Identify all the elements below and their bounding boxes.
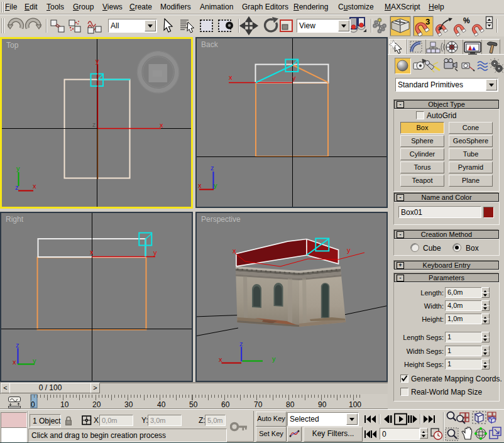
- svg-text:z: z: [16, 341, 19, 349]
- svg-text:3: 3: [425, 17, 430, 26]
- svg-text:x: x: [90, 248, 94, 256]
- svg-text:x: x: [229, 74, 233, 81]
- svg-text:y: y: [214, 182, 217, 189]
- svg-text:y: y: [272, 355, 276, 363]
- svg-text:x: x: [233, 247, 236, 254]
- svg-text:x: x: [13, 358, 16, 366]
- svg-text:x: x: [33, 182, 36, 190]
- svg-text:y: y: [96, 57, 99, 65]
- svg-text:%: %: [463, 16, 470, 25]
- svg-text:z: z: [92, 121, 96, 128]
- svg-text:y: y: [347, 246, 351, 254]
- svg-text:y: y: [33, 357, 36, 364]
- svg-text:y: y: [153, 249, 157, 256]
- svg-text:x: x: [219, 356, 222, 363]
- svg-text:y: y: [16, 165, 20, 172]
- svg-text:z: z: [211, 164, 214, 172]
- svg-text:y: y: [292, 74, 296, 82]
- svg-text:x: x: [160, 121, 163, 129]
- svg-text:x: x: [198, 182, 202, 189]
- svg-text:z: z: [15, 183, 19, 191]
- svg-text:z: z: [239, 340, 243, 347]
